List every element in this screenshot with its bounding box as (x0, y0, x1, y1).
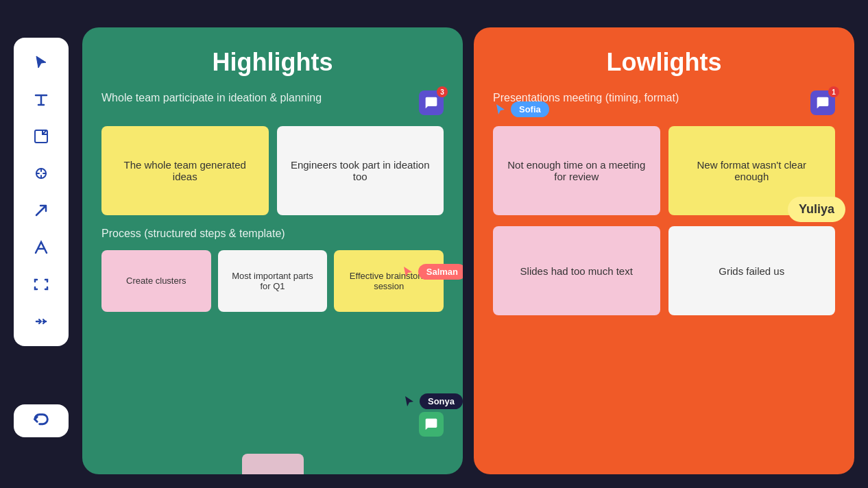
sticky-clusters[interactable]: Create clusters (101, 250, 211, 312)
sofia-label: Sofia (511, 101, 549, 117)
yuliya-label: Yuliya (788, 197, 845, 222)
sofia-cursor: Sofia (494, 101, 549, 117)
sticky-grids-failed[interactable]: Grids failed us (668, 226, 836, 315)
lowlights-comment-count: 1 (828, 86, 839, 97)
more-tools[interactable] (25, 305, 58, 338)
sticky-q1[interactable]: Most important parts for Q1 (218, 250, 328, 312)
sticky-slides-text[interactable]: Slides had too much text (493, 226, 660, 315)
hand-tool[interactable] (25, 157, 58, 190)
font-tool[interactable] (25, 231, 58, 264)
sticky-new-format[interactable]: New format wasn't clear enough Yuliya (668, 126, 836, 215)
highlights-comment-badge[interactable]: 3 (419, 90, 444, 115)
sonya-label: Sonya (420, 393, 463, 409)
highlights-comment2[interactable] (419, 412, 444, 437)
highlights-notes-row1: The whole team generated ideas Engineers… (101, 126, 444, 215)
lowlights-notes-row1: Not enough time on a meeting for review … (493, 126, 835, 215)
lowlights-panel: Lowlights Sofia Presentations meeting (t… (474, 27, 854, 474)
toolbar (14, 38, 69, 346)
highlights-section2-label: Process (structured steps & template) (101, 226, 444, 241)
sticky-tool[interactable] (25, 120, 58, 153)
highlights-title: Highlights (101, 48, 444, 77)
lowlights-comment-badge[interactable]: 1 (810, 90, 835, 115)
cursor-tool[interactable] (25, 46, 58, 79)
highlights-comment-count: 3 (437, 86, 448, 97)
panels-container: Highlights Whole team participate in ide… (82, 27, 854, 474)
salman-cursor: Salman (402, 264, 463, 280)
highlights-panel: Highlights Whole team participate in ide… (82, 27, 463, 474)
sticky-not-enough-time[interactable]: Not enough time on a meeting for review (493, 126, 660, 215)
sticky-brainstorm[interactable]: Effective brainstorm session (334, 250, 444, 312)
sticky-engineers[interactable]: Engineers took part in ideation too (277, 126, 444, 215)
text-tool[interactable] (25, 83, 58, 116)
undo-button[interactable] (14, 404, 69, 437)
highlights-notes-row2: Create clusters Most important parts for… (101, 250, 444, 312)
arrow-tool[interactable] (25, 194, 58, 227)
sonya-cursor: Sonya (403, 393, 463, 409)
lowlights-title: Lowlights (493, 48, 835, 77)
sticky-whole-team[interactable]: The whole team generated ideas (101, 126, 269, 215)
frame-tool[interactable] (25, 268, 58, 301)
salman-label: Salman (418, 264, 463, 280)
sticky-partial (242, 454, 304, 474)
highlights-section1-label: Whole team participate in ideation & pla… (101, 90, 322, 106)
lowlights-notes-row2: Slides had too much text Grids failed us (493, 226, 835, 315)
